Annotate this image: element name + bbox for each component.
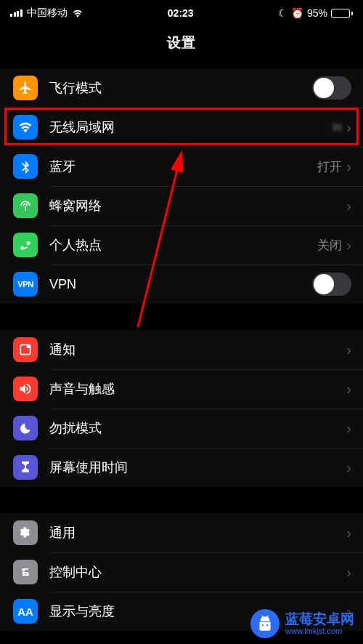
dnd-icon	[13, 416, 38, 440]
row-bluetooth-value: 打开	[317, 158, 342, 175]
row-general[interactable]: 通用 ›	[0, 513, 363, 552]
wifi-icon	[72, 9, 83, 17]
wifi-settings-icon	[13, 115, 38, 140]
chevron-right-icon: ›	[346, 381, 351, 398]
row-airplane[interactable]: 飞行模式	[0, 68, 363, 108]
status-bar: 中国移动 02:23 ☾ ⏰ 95%	[0, 0, 363, 26]
svg-point-1	[27, 345, 30, 348]
moon-icon: ☾	[278, 7, 287, 19]
hotspot-icon	[13, 233, 38, 257]
watermark: 蓝莓安卓网 www.lmkjst.com	[250, 609, 354, 638]
airplane-toggle[interactable]	[312, 76, 351, 100]
screentime-icon	[13, 455, 38, 480]
bluetooth-icon	[13, 154, 38, 179]
row-airplane-label: 飞行模式	[49, 79, 312, 97]
chevron-right-icon: ›	[346, 564, 351, 581]
row-controlcenter[interactable]: 控制中心 ›	[0, 552, 363, 592]
notifications-icon	[13, 337, 38, 362]
row-screentime[interactable]: 屏幕使用时间 ›	[0, 448, 363, 487]
controlcenter-icon	[13, 560, 38, 584]
row-bluetooth-label: 蓝牙	[49, 158, 317, 175]
row-hotspot-label: 个人热点	[49, 236, 317, 254]
vpn-toggle[interactable]	[312, 273, 351, 296]
status-time: 02:23	[168, 7, 194, 19]
row-screentime-label: 屏幕使用时间	[49, 459, 346, 476]
chevron-right-icon: ›	[346, 420, 351, 437]
row-wifi-value: in	[333, 120, 342, 134]
row-notifications-label: 通知	[49, 341, 346, 358]
svg-point-2	[22, 568, 24, 571]
row-wifi-label: 无线局域网	[49, 118, 333, 136]
signal-icon	[10, 9, 23, 17]
row-notifications[interactable]: 通知 ›	[0, 330, 363, 369]
battery-pct: 95%	[307, 7, 327, 19]
general-icon	[13, 520, 38, 545]
chevron-right-icon: ›	[346, 198, 351, 214]
svg-point-3	[27, 573, 29, 576]
page-title: 设置	[0, 26, 363, 68]
chevron-right-icon: ›	[346, 342, 351, 358]
row-sounds[interactable]: 声音与触感 ›	[0, 369, 363, 408]
row-vpn-label: VPN	[49, 277, 312, 292]
watermark-url: www.lmkjst.com	[285, 627, 354, 635]
row-dnd[interactable]: 勿扰模式 ›	[0, 408, 363, 448]
battery-icon	[331, 9, 353, 18]
display-icon: AA	[13, 599, 38, 624]
status-left: 中国移动	[10, 7, 83, 20]
watermark-icon	[250, 609, 280, 638]
chevron-right-icon: ›	[346, 525, 351, 542]
row-dnd-label: 勿扰模式	[49, 419, 346, 437]
chevron-right-icon: ›	[346, 158, 351, 175]
row-bluetooth[interactable]: 蓝牙 打开 ›	[0, 147, 363, 186]
row-sounds-label: 声音与触感	[49, 380, 346, 398]
vpn-icon: VPN	[13, 272, 38, 297]
chevron-right-icon: ›	[346, 237, 351, 254]
settings-group-connectivity: 飞行模式 无线局域网 in › 蓝牙 打开 › 蜂窝网络 › 个人热点 关闭 ›…	[0, 68, 363, 304]
airplane-icon	[13, 76, 38, 100]
sounds-icon	[13, 377, 38, 401]
watermark-brand: 蓝莓安卓网	[285, 612, 354, 627]
chevron-right-icon: ›	[346, 459, 351, 476]
row-hotspot-value: 关闭	[317, 237, 342, 254]
chevron-right-icon: ›	[346, 119, 351, 136]
carrier-label: 中国移动	[27, 7, 68, 20]
row-cellular-label: 蜂窝网络	[49, 197, 346, 214]
alarm-icon: ⏰	[291, 7, 303, 19]
row-controlcenter-label: 控制中心	[49, 563, 346, 581]
settings-group-alerts: 通知 › 声音与触感 › 勿扰模式 › 屏幕使用时间 ›	[0, 330, 363, 487]
row-cellular[interactable]: 蜂窝网络 ›	[0, 186, 363, 225]
row-general-label: 通用	[49, 524, 346, 542]
row-hotspot[interactable]: 个人热点 关闭 ›	[0, 225, 363, 265]
row-wifi[interactable]: 无线局域网 in ›	[0, 108, 363, 147]
status-right: ☾ ⏰ 95%	[278, 7, 353, 19]
row-vpn[interactable]: VPN VPN	[0, 265, 363, 304]
cellular-icon	[13, 193, 38, 218]
